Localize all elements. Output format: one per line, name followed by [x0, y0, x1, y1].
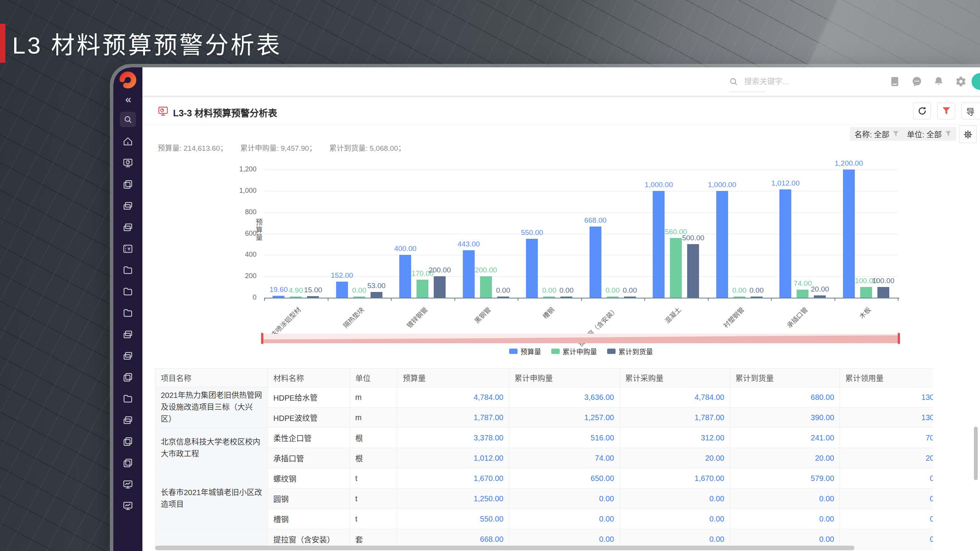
value-cell[interactable]: 0.00 [509, 489, 620, 509]
value-cell[interactable]: 680.00 [730, 387, 840, 408]
chart-bar[interactable] [687, 244, 699, 298]
table-settings-button[interactable] [959, 126, 977, 143]
value-cell[interactable]: 1,250.00 [397, 489, 509, 509]
chat-icon[interactable] [911, 76, 923, 87]
chart-bar[interactable] [497, 297, 509, 298]
chart-bar[interactable] [779, 189, 791, 298]
value-cell[interactable]: 3,636.00 [509, 387, 620, 408]
value-cell[interactable]: 1,670.00 [397, 468, 509, 489]
value-cell[interactable]: 312.00 [620, 428, 730, 448]
value-cell[interactable]: 0.00 [509, 509, 620, 529]
chart-bar[interactable] [653, 191, 665, 298]
sidebar-item-bill-icon[interactable]: ¥ [122, 243, 134, 255]
chart-bar[interactable] [463, 250, 475, 298]
value-cell[interactable]: 579.00 [730, 468, 840, 489]
user-avatar[interactable] [972, 73, 980, 90]
filter-chip-unit[interactable]: 单位: 全部 [902, 127, 956, 141]
chart-bar[interactable] [353, 297, 365, 298]
value-cell[interactable]: 130.00 [840, 387, 933, 408]
value-cell[interactable]: 0.00 [620, 489, 730, 509]
chart-bar[interactable] [877, 287, 889, 298]
sidebar-item-dashboard-icon[interactable] [122, 157, 134, 169]
chart-bar[interactable] [371, 292, 382, 298]
value-cell[interactable]: 650.00 [509, 468, 620, 489]
chart-bar[interactable] [751, 297, 763, 298]
bell-icon[interactable] [933, 76, 944, 87]
value-cell[interactable]: 1,670.00 [620, 468, 730, 489]
search-input[interactable] [743, 77, 871, 86]
sidebar-item-windows-icon[interactable] [122, 328, 134, 341]
value-cell[interactable]: 241.00 [730, 428, 840, 448]
sidebar-item-folder-icon[interactable] [122, 393, 134, 405]
chart-bar[interactable] [843, 170, 855, 298]
sidebar-item-windows-icon[interactable] [122, 350, 134, 362]
chart-bar[interactable] [336, 282, 348, 298]
sidebar-item-folder-icon[interactable] [122, 264, 134, 276]
value-cell[interactable]: 3,378.00 [397, 428, 509, 448]
gear-icon[interactable] [955, 76, 967, 87]
value-cell[interactable]: 74.00 [509, 448, 620, 468]
chart-bar[interactable] [399, 255, 411, 298]
chart-bar[interactable] [290, 297, 302, 298]
chart-bar[interactable] [624, 297, 636, 298]
notebook-icon[interactable] [889, 76, 900, 87]
value-cell[interactable]: 4,784.00 [620, 387, 730, 408]
chart-bar[interactable] [480, 276, 492, 298]
chart-bar[interactable] [307, 296, 319, 298]
export-button[interactable]: 导 出 [961, 103, 980, 119]
chart-bar[interactable] [526, 239, 538, 298]
sidebar-item-windows-icon[interactable] [122, 221, 134, 233]
sidebar-item-copy-icon[interactable] [122, 457, 134, 469]
chart-bar[interactable] [670, 238, 682, 298]
value-cell[interactable]: 0.00 [730, 489, 840, 509]
sidebar-item-folder-icon[interactable] [122, 307, 134, 319]
value-cell[interactable]: 0.00 [840, 468, 933, 489]
vertical-scrollbar[interactable] [974, 427, 978, 480]
chart-bar[interactable] [607, 297, 619, 298]
chart-zoom-slider[interactable] [262, 334, 899, 343]
sidebar-item-chart-icon[interactable] [122, 500, 134, 512]
sidebar-item-folder-icon[interactable] [122, 285, 134, 298]
sidebar-item-copy-icon[interactable] [122, 435, 134, 448]
legend-item[interactable]: 预算量 [509, 346, 541, 356]
chart-bar[interactable] [797, 290, 808, 298]
value-cell[interactable]: 0.00 [620, 509, 730, 529]
sidebar-item-home-icon[interactable] [122, 135, 134, 148]
chart-bar[interactable] [273, 296, 284, 298]
value-cell[interactable]: 70.00 [840, 428, 933, 448]
value-cell[interactable]: 20.00 [620, 448, 730, 468]
chart-bar[interactable] [716, 191, 728, 298]
value-cell[interactable]: 550.00 [397, 509, 509, 529]
legend-item[interactable]: 累计到货量 [607, 346, 653, 356]
filter-chip-name[interactable]: 名称: 全部 [850, 127, 904, 141]
sidebar-item-copy-icon[interactable] [122, 371, 134, 383]
value-cell[interactable]: 130.00 [840, 408, 933, 428]
value-cell[interactable]: 1,787.00 [397, 408, 509, 428]
chart-bar[interactable] [416, 280, 428, 298]
value-cell[interactable]: 390.00 [730, 408, 840, 428]
sidebar-item-copy-icon[interactable] [122, 178, 134, 191]
value-cell[interactable]: 0.00 [840, 489, 933, 509]
value-cell[interactable]: 1,012.00 [397, 448, 509, 468]
horizontal-scrollbar[interactable] [155, 546, 854, 550]
value-cell[interactable]: 0.00 [840, 509, 933, 529]
chart-bar[interactable] [590, 227, 601, 298]
refresh-button[interactable] [913, 103, 931, 119]
chart-bar[interactable] [434, 276, 446, 298]
sidebar-item-chart-icon[interactable] [122, 478, 134, 491]
chart-bar[interactable] [860, 287, 872, 298]
chart-bar[interactable] [733, 297, 745, 298]
sidebar-item-windows-icon[interactable] [122, 414, 134, 426]
legend-item[interactable]: 累计申购量 [551, 346, 597, 356]
value-cell[interactable]: 20.00 [730, 448, 840, 468]
value-cell[interactable]: 4,784.00 [397, 387, 509, 408]
value-cell[interactable]: 1,787.00 [620, 408, 730, 428]
sidebar-search-icon[interactable] [120, 112, 136, 127]
app-logo-icon[interactable] [119, 71, 137, 89]
slider-handle-right[interactable] [898, 333, 900, 344]
filter-button[interactable] [937, 103, 955, 119]
chart-bar[interactable] [543, 297, 555, 298]
chart-bar[interactable] [560, 297, 572, 298]
slider-handle-left[interactable] [261, 333, 263, 344]
value-cell[interactable]: 516.00 [509, 428, 620, 448]
